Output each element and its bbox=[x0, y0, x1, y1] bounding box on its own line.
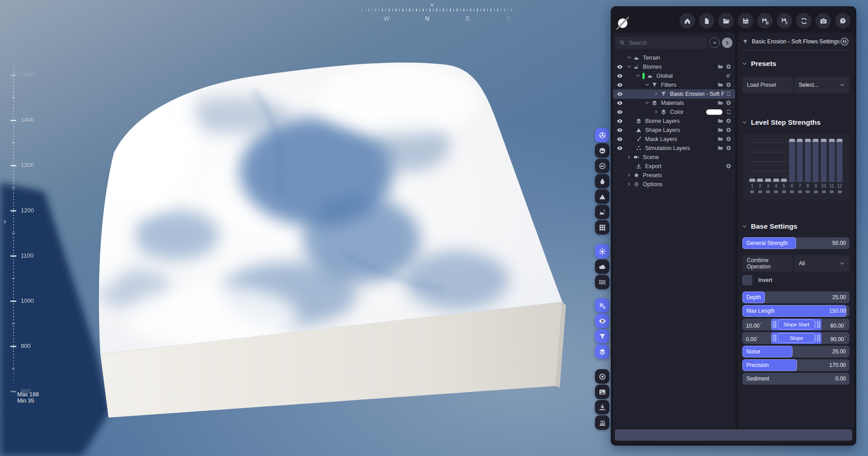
folder-button[interactable] bbox=[716, 145, 724, 151]
plus-circle-button[interactable] bbox=[724, 136, 732, 142]
tree-item-mask-layers[interactable]: Mask Layers bbox=[613, 135, 735, 144]
tree-expand-chevron[interactable] bbox=[654, 91, 660, 96]
load-preset-select[interactable]: Select... bbox=[794, 77, 849, 93]
range-right-grip[interactable] bbox=[816, 334, 821, 342]
bar-visibility-toggle[interactable] bbox=[772, 189, 780, 194]
tree-item-filters[interactable]: Filters bbox=[613, 80, 735, 89]
bar[interactable] bbox=[749, 179, 755, 182]
info-button[interactable] bbox=[840, 37, 849, 47]
plus-circle-button[interactable] bbox=[724, 118, 732, 124]
tree-item-biomes[interactable]: Biomes bbox=[613, 62, 735, 71]
collapse-all-button[interactable] bbox=[709, 38, 720, 48]
level-bar-11[interactable]: 11 bbox=[828, 139, 836, 182]
level-bar-2[interactable]: 2 bbox=[756, 139, 764, 182]
visibility-eye-toggle[interactable] bbox=[617, 82, 627, 88]
download-tool-button[interactable] bbox=[595, 400, 609, 414]
image-tool-button[interactable] bbox=[595, 385, 609, 399]
save-plus-button[interactable] bbox=[757, 13, 773, 28]
home-button[interactable] bbox=[679, 13, 695, 28]
search-input[interactable] bbox=[628, 39, 703, 47]
invert-checkbox[interactable] bbox=[742, 275, 752, 285]
sun-tool-button[interactable] bbox=[595, 244, 609, 259]
presets-section-heading[interactable]: Presets bbox=[742, 60, 776, 68]
plus-circle-button[interactable] bbox=[724, 64, 732, 70]
folder-button[interactable] bbox=[716, 127, 724, 133]
combine-operation-select[interactable]: All bbox=[794, 255, 849, 272]
bar[interactable] bbox=[821, 139, 827, 182]
plus-circle-button[interactable] bbox=[724, 127, 732, 133]
tree-item-export[interactable]: Export bbox=[613, 162, 735, 171]
bar[interactable] bbox=[797, 139, 803, 182]
tree-item-materials[interactable]: Materials bbox=[613, 99, 735, 108]
bar[interactable] bbox=[789, 139, 795, 182]
folder-button[interactable] bbox=[716, 64, 724, 70]
waves-tool-button[interactable] bbox=[595, 275, 609, 289]
tree-expand-chevron[interactable] bbox=[627, 182, 633, 187]
drop-tool-button[interactable] bbox=[595, 174, 609, 188]
bar-visibility-toggle[interactable] bbox=[780, 189, 788, 194]
bar-visibility-toggle[interactable] bbox=[756, 189, 764, 194]
tree-expand-chevron[interactable] bbox=[654, 109, 660, 114]
visibility-eye-toggle[interactable] bbox=[617, 145, 627, 151]
base-settings-heading[interactable]: Base Settings bbox=[742, 222, 797, 230]
refresh-button[interactable] bbox=[724, 91, 732, 97]
bar[interactable] bbox=[829, 139, 835, 182]
visibility-eye-toggle[interactable] bbox=[617, 73, 627, 79]
level-bar-4[interactable]: 4 bbox=[772, 139, 780, 182]
level-bar-10[interactable]: 10 bbox=[820, 139, 828, 182]
tree-item-scene[interactable]: Scene bbox=[613, 153, 735, 162]
tree-expand-chevron[interactable] bbox=[645, 82, 651, 87]
visibility-eye-toggle[interactable] bbox=[617, 127, 627, 133]
bar-visibility-toggle[interactable] bbox=[796, 189, 804, 194]
bar[interactable] bbox=[813, 139, 819, 182]
general-strength-slider[interactable]: General Strength50.00 bbox=[742, 237, 849, 249]
tree-expand-chevron[interactable] bbox=[627, 155, 633, 160]
visibility-eye-toggle[interactable] bbox=[617, 64, 627, 70]
orbit-tool-button[interactable] bbox=[595, 128, 609, 142]
refresh-button[interactable] bbox=[724, 109, 732, 115]
folder-button[interactable] bbox=[716, 136, 724, 142]
depth-slider[interactable]: Depth25.00 bbox=[742, 291, 849, 303]
save-button[interactable] bbox=[738, 13, 753, 28]
tree-expand-chevron[interactable] bbox=[627, 55, 633, 60]
tree-expand-chevron[interactable] bbox=[636, 73, 642, 78]
level-bar-12[interactable]: 12 bbox=[835, 139, 844, 182]
precision-slider[interactable]: Precision170.00 bbox=[742, 359, 849, 371]
planet-line-tool-button[interactable] bbox=[595, 159, 609, 173]
expand-left-panel-chevron[interactable]: › bbox=[4, 217, 6, 226]
tree-item-color[interactable]: Color bbox=[613, 108, 735, 117]
tree-item-global[interactable]: Global bbox=[613, 71, 735, 80]
level-step-strengths-heading[interactable]: Level Step Strengths bbox=[742, 118, 821, 127]
biome-tool-button[interactable] bbox=[595, 205, 609, 219]
plus-circle-button[interactable] bbox=[724, 82, 732, 88]
sync-button[interactable] bbox=[796, 13, 811, 28]
expand-all-button[interactable] bbox=[722, 38, 732, 48]
folder-button[interactable] bbox=[716, 82, 724, 88]
level-bar-5[interactable]: 5 bbox=[780, 139, 788, 182]
bar-visibility-toggle[interactable] bbox=[804, 189, 812, 194]
layers-plus-button[interactable] bbox=[724, 73, 732, 79]
folder-button[interactable] bbox=[716, 118, 724, 124]
sediment-slider[interactable]: Sediment0.00 bbox=[742, 373, 849, 385]
bar[interactable] bbox=[805, 139, 811, 182]
range-right-grip[interactable] bbox=[816, 321, 821, 328]
search-box[interactable] bbox=[616, 37, 707, 49]
tree-expand-chevron[interactable] bbox=[645, 100, 651, 105]
level-bar-6[interactable]: 6 bbox=[788, 139, 796, 182]
slope-range-slider[interactable]: 0.00° Slope 90.00° bbox=[742, 332, 849, 344]
folder-open-button[interactable] bbox=[718, 13, 734, 28]
triangle-tool-button[interactable] bbox=[595, 189, 609, 204]
compass[interactable]: ˅ WNES bbox=[362, 3, 515, 24]
tree-expand-chevron[interactable] bbox=[627, 173, 633, 178]
bar[interactable] bbox=[765, 179, 771, 182]
range-left-grip[interactable] bbox=[772, 334, 777, 342]
level-bar-9[interactable]: 9 bbox=[812, 139, 820, 182]
help-button[interactable]: ? bbox=[835, 13, 850, 28]
visibility-eye-toggle[interactable] bbox=[617, 109, 627, 115]
plus-circle-button[interactable] bbox=[724, 163, 732, 169]
level-bar-7[interactable]: 7 bbox=[796, 139, 804, 182]
level-bar-8[interactable]: 8 bbox=[804, 139, 812, 182]
tree-item-basic-erosion-soft-flows[interactable]: Basic Erosion - Soft Flows bbox=[613, 89, 735, 99]
funnel-tool-button[interactable] bbox=[595, 329, 609, 343]
planet-fill-tool-button[interactable] bbox=[595, 143, 609, 158]
